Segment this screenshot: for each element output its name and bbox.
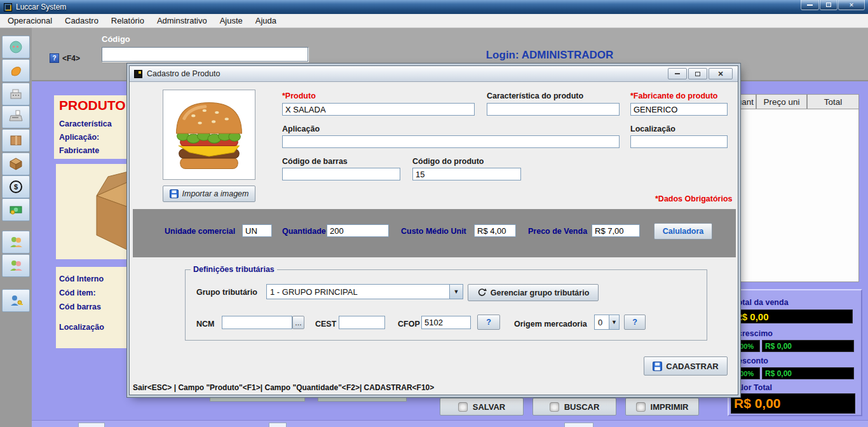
quantidade-input[interactable]	[327, 224, 389, 237]
codigo-barras-label: Código de barras	[282, 157, 348, 166]
menu-operacional[interactable]: Operacional	[1, 15, 58, 27]
importar-imagem-button[interactable]: Importar a imagem	[163, 186, 255, 202]
cfop-input[interactable]	[421, 316, 471, 329]
cest-input[interactable]	[339, 316, 385, 329]
produto-input[interactable]	[282, 103, 475, 116]
chevron-down-icon[interactable]: ▼	[449, 285, 463, 299]
localizacao-label: Localização	[630, 125, 675, 133]
restore-icon	[826, 3, 831, 7]
login-text: Login: ADMINISTRADOR	[442, 49, 658, 62]
cest-label: CEST	[315, 320, 336, 329]
total-venda-label: Total da venda	[733, 298, 789, 307]
buscar-button[interactable]: BUSCAR	[532, 398, 616, 416]
burger-image	[163, 90, 255, 179]
dialog-close-icon: ✕	[717, 70, 723, 78]
table-header-preco-uni[interactable]: Preço uni	[756, 94, 807, 109]
menu-administrativo[interactable]: Adminstrativo	[151, 15, 214, 27]
table-header-total[interactable]: Total	[807, 94, 859, 109]
cadastro-produto-dialog: Cadastro de Produto ✕	[129, 65, 738, 395]
cadastrar-floppy-icon	[653, 362, 662, 371]
sidebar-button-package[interactable]	[2, 129, 30, 152]
aplicacao-bg-label: Aplicação:	[59, 133, 99, 142]
codigo-barras-input[interactable]	[282, 168, 400, 180]
codigo-produto-input[interactable]	[412, 168, 521, 180]
fabricante-bg-label: Fabricante	[59, 146, 99, 155]
menu-ajuste[interactable]: Ajuste	[214, 15, 249, 27]
sidebar-button-hand[interactable]	[2, 59, 30, 82]
gerenciar-grupo-label: Gerenciar grupo tributário	[491, 288, 590, 297]
definicoes-tributarias-legend: Definições tributárias	[191, 265, 277, 274]
dialog-close-button[interactable]: ✕	[709, 68, 733, 79]
ncm-browse-button[interactable]: ...	[292, 316, 304, 329]
window-controls: ✕	[800, 0, 865, 10]
origem-mercadoria-select[interactable]: 0 ▼	[594, 315, 620, 330]
origem-help-button[interactable]: ?	[624, 315, 646, 330]
sidebar-button-package-3d[interactable]	[2, 152, 30, 175]
unidade-comercial-input[interactable]	[242, 224, 272, 237]
search-doc-icon	[550, 402, 559, 412]
sidebar-button-users-alt[interactable]	[2, 254, 30, 277]
dialog-restore-button[interactable]	[688, 68, 707, 79]
totals-panel: Total da venda R$ 0,00 Acrescimo 0,00% R…	[728, 289, 862, 416]
preco-venda-input[interactable]	[592, 224, 640, 237]
caracteristica-input[interactable]	[487, 103, 620, 116]
cadastrar-button[interactable]: CADASTRAR	[644, 356, 728, 376]
fabricante-input[interactable]	[630, 103, 728, 116]
localizacao-input[interactable]	[630, 135, 728, 148]
product-image-frame	[163, 90, 255, 180]
users-icon	[8, 234, 24, 250]
grupo-tributario-value: 1 - GRUPO PRINCIPAL	[267, 285, 449, 299]
dollar-icon: $	[8, 179, 24, 194]
origem-chevron-down-icon[interactable]: ▼	[609, 315, 619, 329]
cfop-help-button[interactable]: ?	[477, 315, 500, 330]
dialog-minimize-button[interactable]	[668, 68, 687, 79]
codigo-label: Código	[102, 34, 130, 44]
strip-box-2	[269, 423, 287, 427]
dialog-restore-icon	[695, 72, 700, 76]
aplicacao-input[interactable]	[282, 135, 620, 148]
sidebar-button-cash-register[interactable]	[2, 105, 30, 128]
sidebar-button-user-key[interactable]	[2, 289, 30, 312]
cod-item-label: Cód item:	[59, 288, 96, 297]
restore-button[interactable]	[820, 0, 837, 10]
dialog-title: Cadastro de Produto	[147, 69, 220, 78]
ncm-input[interactable]	[222, 316, 292, 329]
grupo-tributario-select[interactable]: 1 - GRUPO PRINCIPAL ▼	[266, 284, 463, 299]
codigo-input[interactable]	[102, 47, 308, 62]
package-icon	[8, 133, 24, 148]
dialog-titlebar[interactable]: Cadastro de Produto ✕	[130, 66, 738, 82]
f4-hint: <F4>	[62, 54, 80, 63]
sidebar-button-money[interactable]	[2, 198, 30, 221]
definicoes-tributarias-group: Definições tributárias	[185, 269, 707, 341]
dialog-icon	[134, 70, 142, 78]
window-title: Luccar System	[16, 3, 66, 11]
menu-relatorio[interactable]: Relatório	[105, 15, 151, 27]
salvar-button[interactable]: SALVAR	[440, 398, 524, 416]
caracteristica-label: Característica do produto	[487, 92, 583, 100]
refresh-icon	[477, 288, 487, 297]
help-icon[interactable]: ?	[50, 53, 59, 63]
dialog-minimize-icon	[675, 73, 680, 74]
minimize-button[interactable]	[801, 0, 819, 10]
close-icon: ✕	[849, 2, 854, 8]
cod-barras-bg-label: Cód barras	[59, 302, 101, 311]
sidebar-button-dollar[interactable]: $	[2, 175, 30, 198]
menu-ajuda[interactable]: Ajuda	[249, 15, 283, 27]
ncm-label: NCM	[196, 320, 214, 329]
sidebar-button-badge[interactable]	[2, 36, 30, 58]
fabricante-label: *Fabricante do produto	[630, 92, 718, 100]
calculadora-button[interactable]: Caluladora	[654, 223, 712, 240]
money-icon	[8, 202, 24, 217]
cadastrar-label: CADASTRAR	[666, 362, 718, 371]
total-venda-display: R$ 0,00	[732, 309, 853, 323]
close-button[interactable]: ✕	[838, 0, 865, 10]
grupo-tributario-label: Grupo tributário	[196, 288, 257, 297]
imprimir-button[interactable]: IMPRIMIR	[625, 398, 699, 416]
screen: Luccar System ✕ Operacional Cadastro Rel…	[0, 0, 868, 427]
menu-bar: Operacional Cadastro Relatório Adminstra…	[0, 14, 868, 28]
sidebar-button-users[interactable]	[2, 231, 30, 254]
menu-cadastro[interactable]: Cadastro	[58, 15, 105, 27]
gerenciar-grupo-button[interactable]: Gerenciar grupo tributário	[468, 284, 599, 301]
custo-medio-input[interactable]	[474, 224, 516, 237]
sidebar-button-register[interactable]	[2, 83, 30, 105]
